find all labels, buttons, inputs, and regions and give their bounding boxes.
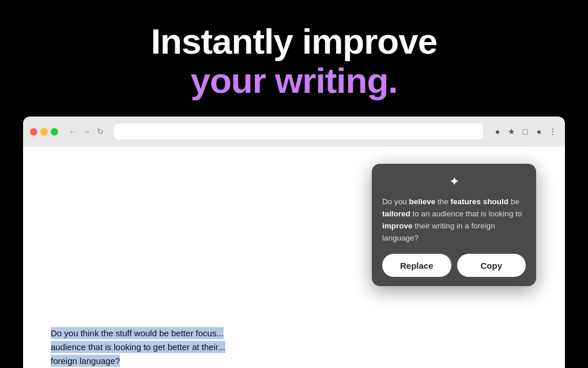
account-icon[interactable]: ● bbox=[534, 126, 544, 137]
sparkle-icon: ✦ bbox=[382, 174, 526, 189]
traffic-lights bbox=[30, 128, 58, 136]
browser-chrome: ← → ↻ ● ★ □ ● ⋮ bbox=[23, 117, 565, 147]
address-bar[interactable] bbox=[114, 123, 483, 140]
reload-button[interactable]: ↻ bbox=[95, 126, 105, 137]
traffic-light-yellow[interactable] bbox=[40, 128, 48, 136]
browser-nav: ← → ↻ bbox=[67, 126, 105, 137]
selected-text-area: Do you think the stuff would be better f… bbox=[51, 316, 380, 368]
popup-actions: Replace Copy bbox=[382, 254, 526, 277]
bookmark-icon[interactable]: ★ bbox=[506, 126, 517, 137]
forward-button[interactable]: → bbox=[81, 126, 92, 137]
back-button[interactable]: ← bbox=[67, 126, 78, 137]
popup-card: ✦ Do you believe the features should be … bbox=[372, 164, 536, 286]
traffic-light-green[interactable] bbox=[51, 128, 58, 136]
browser-actions: ● ★ □ ● ⋮ bbox=[492, 126, 558, 137]
replace-button[interactable]: Replace bbox=[382, 254, 451, 277]
selected-text-block: Do you think the stuff would be better f… bbox=[51, 326, 380, 368]
hero-section: Instantly improve your writing. bbox=[0, 0, 588, 117]
hero-line1: Instantly improve bbox=[12, 22, 576, 61]
browser-content: Do you think the stuff would be better f… bbox=[23, 147, 565, 368]
copy-button[interactable]: Copy bbox=[457, 254, 526, 277]
hero-line2: your writing. bbox=[12, 61, 576, 100]
browser-window: ← → ↻ ● ★ □ ● ⋮ Do you think the stuff w… bbox=[23, 117, 565, 368]
window-icon[interactable]: □ bbox=[520, 126, 530, 137]
selected-text: Do you think the stuff would be better f… bbox=[51, 327, 225, 367]
popup-suggestion-text: Do you believe the features should be ta… bbox=[382, 196, 526, 245]
more-icon[interactable]: ⋮ bbox=[548, 126, 558, 137]
record-icon[interactable]: ● bbox=[492, 126, 503, 137]
traffic-light-red[interactable] bbox=[30, 128, 37, 136]
